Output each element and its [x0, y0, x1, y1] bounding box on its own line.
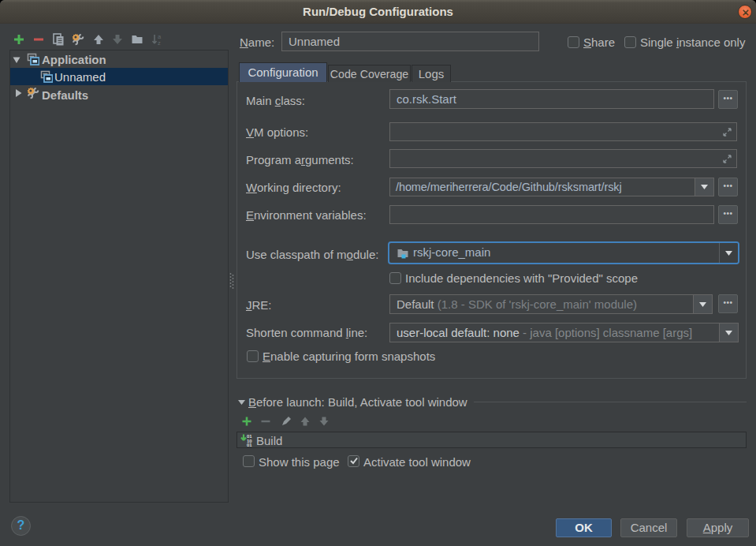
svg-text:z: z	[158, 39, 161, 46]
svg-text:01: 01	[247, 443, 252, 447]
